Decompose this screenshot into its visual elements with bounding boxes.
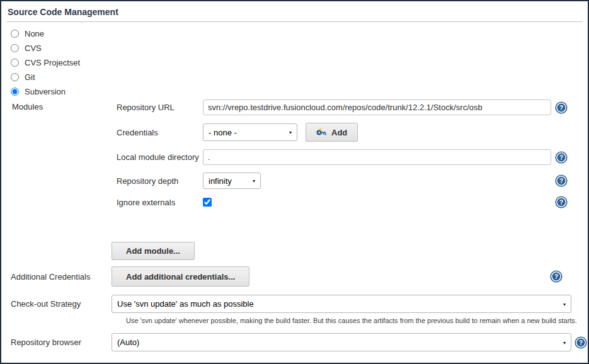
local-module-directory-input[interactable]: [203, 149, 551, 165]
help-icon[interactable]: ?: [555, 196, 568, 208]
section-title: Source Code Management: [6, 5, 583, 22]
help-icon[interactable]: ?: [575, 336, 587, 349]
scm-option-git[interactable]: Git: [6, 70, 583, 84]
local-module-directory-label: Local module directory: [117, 152, 203, 162]
svg-text:?: ?: [559, 178, 563, 185]
scm-radio-none[interactable]: [11, 30, 19, 38]
scm-radio-cvs[interactable]: [11, 44, 19, 52]
repository-depth-select[interactable]: infinity ▾: [203, 173, 261, 189]
add-credentials-button[interactable]: Add: [306, 123, 358, 142]
repository-browser-row: Repository browser (Auto) ▾ ?: [6, 333, 583, 351]
key-icon: [316, 127, 327, 137]
add-module-row: Add module...: [112, 242, 583, 260]
svg-text:?: ?: [579, 339, 583, 346]
scm-option-none[interactable]: None: [6, 26, 583, 41]
repository-depth-label: Repository depth: [117, 176, 203, 186]
ignore-externals-checkbox[interactable]: [203, 198, 212, 207]
repository-browser-label: Repository browser: [11, 338, 112, 347]
add-module-button-label: Add module...: [126, 246, 180, 256]
repository-depth-row: Repository depth infinity ▾ ?: [117, 173, 583, 189]
local-module-directory-row: Local module directory ?: [117, 149, 583, 165]
ignore-externals-label: Ignore externals: [117, 198, 203, 207]
modules-label: Modules: [12, 102, 43, 111]
scm-radio-label: Git: [25, 72, 35, 82]
scm-radio-label: CVS: [25, 43, 42, 53]
scm-option-subversion[interactable]: Subversion: [6, 84, 583, 99]
add-additional-credentials-button[interactable]: Add additional credentials...: [112, 266, 249, 287]
scm-radio-group: None CVS CVS Projectset Git Subversion: [6, 26, 583, 99]
scm-radio-subversion[interactable]: [11, 88, 19, 96]
scm-config-panel: Source Code Management None CVS CVS Proj…: [0, 0, 589, 364]
checkout-strategy-select[interactable]: Use 'svn update' as much as possible ▾: [112, 295, 571, 313]
repository-url-input[interactable]: [203, 100, 551, 115]
help-icon[interactable]: ?: [555, 174, 568, 187]
scm-radio-git[interactable]: [11, 73, 19, 81]
repository-url-row: Repository URL ?: [117, 100, 583, 115]
scm-option-cvs-projectset[interactable]: CVS Projectset: [6, 55, 583, 70]
svg-text:?: ?: [554, 273, 558, 280]
checkout-strategy-help-text: Use 'svn update' whenever possible, maki…: [126, 317, 583, 324]
help-icon[interactable]: ?: [555, 101, 568, 114]
modules-section: Modules Repository URL ? Credentials - n…: [6, 100, 583, 260]
help-icon[interactable]: ?: [555, 151, 568, 164]
credentials-select[interactable]: - none - ▾: [203, 123, 297, 141]
svg-text:?: ?: [559, 199, 563, 206]
add-additional-credentials-button-label: Add additional credentials...: [126, 272, 235, 282]
credentials-row: Credentials - none - ▾: [117, 123, 583, 142]
svg-text:?: ?: [559, 154, 563, 161]
help-icon[interactable]: ?: [550, 270, 563, 283]
scm-radio-cvs-projectset[interactable]: [11, 59, 19, 67]
repository-depth-select-control[interactable]: infinity: [203, 173, 261, 189]
credentials-select-control[interactable]: - none -: [203, 123, 297, 141]
additional-credentials-row: Additional Credentials Add additional cr…: [6, 266, 583, 287]
repository-url-label: Repository URL: [117, 103, 203, 112]
repository-browser-select-control[interactable]: (Auto): [112, 333, 571, 351]
checkout-strategy-select-control[interactable]: Use 'svn update' as much as possible: [112, 295, 571, 313]
scm-option-cvs[interactable]: CVS: [6, 41, 583, 55]
ignore-externals-row: Ignore externals ?: [117, 195, 583, 209]
checkout-strategy-label: Check-out Strategy: [11, 299, 112, 309]
additional-credentials-label: Additional Credentials: [11, 272, 112, 282]
add-credentials-button-label: Add: [331, 128, 347, 137]
checkout-strategy-row: Check-out Strategy Use 'svn update' as m…: [6, 295, 583, 313]
scm-radio-label: CVS Projectset: [25, 58, 80, 67]
scm-radio-label: None: [25, 29, 44, 38]
credentials-label: Credentials: [117, 128, 203, 137]
scm-radio-label: Subversion: [25, 87, 66, 96]
repository-browser-select[interactable]: (Auto) ▾: [112, 333, 571, 351]
svg-text:?: ?: [559, 105, 563, 111]
add-module-button[interactable]: Add module...: [112, 242, 195, 260]
